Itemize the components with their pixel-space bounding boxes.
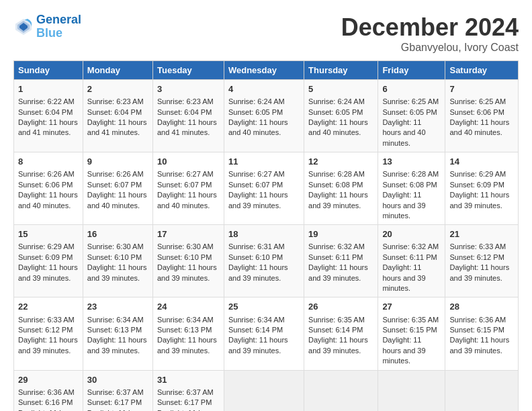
sunrise-text: Sunrise: 6:23 AM xyxy=(157,97,214,105)
sunrise-text: Sunrise: 6:25 AM xyxy=(382,97,439,105)
calendar-cell: 5Sunrise: 6:24 AMSunset: 6:05 PMDaylight… xyxy=(304,80,378,152)
daylight-text: Daylight: 11 hours and 41 minutes. xyxy=(87,118,147,136)
logo-icon xyxy=(13,17,34,37)
day-number: 28 xyxy=(449,301,514,313)
calendar-cell: 6Sunrise: 6:25 AMSunset: 6:05 PMDaylight… xyxy=(378,80,445,152)
sunrise-text: Sunrise: 6:33 AM xyxy=(449,242,506,250)
daylight-text: Daylight: 11 hours and 40 minutes. xyxy=(308,118,368,136)
sunset-text: Sunset: 6:07 PM xyxy=(87,181,142,189)
daylight-text: Daylight: 11 hours and 39 minutes. xyxy=(449,263,509,281)
sunset-text: Sunset: 6:09 PM xyxy=(18,253,73,261)
daylight-text: Daylight: 11 hours and 39 minutes. xyxy=(449,336,509,354)
daylight-text: Daylight: 11 hours and 39 minutes. xyxy=(157,336,217,354)
sunset-text: Sunset: 6:05 PM xyxy=(308,108,363,116)
calendar-cell: 21Sunrise: 6:33 AMSunset: 6:12 PMDayligh… xyxy=(445,225,519,298)
calendar-week-row: 15Sunrise: 6:29 AMSunset: 6:09 PMDayligh… xyxy=(14,225,519,298)
calendar-cell: 8Sunrise: 6:26 AMSunset: 6:06 PMDaylight… xyxy=(14,152,83,225)
sunset-text: Sunset: 6:16 PM xyxy=(18,398,73,406)
calendar-cell: 31Sunrise: 6:37 AMSunset: 6:17 PMDayligh… xyxy=(153,370,224,411)
sunset-text: Sunset: 6:17 PM xyxy=(87,398,142,406)
day-number: 17 xyxy=(157,228,220,240)
sunrise-text: Sunrise: 6:28 AM xyxy=(382,170,439,178)
calendar-cell: 20Sunrise: 6:32 AMSunset: 6:11 PMDayligh… xyxy=(378,225,445,298)
calendar-cell: 16Sunrise: 6:30 AMSunset: 6:10 PMDayligh… xyxy=(83,225,152,298)
sunrise-text: Sunrise: 6:26 AM xyxy=(87,170,144,178)
sunrise-text: Sunrise: 6:29 AM xyxy=(449,170,506,178)
calendar-cell: 24Sunrise: 6:34 AMSunset: 6:13 PMDayligh… xyxy=(153,298,224,370)
sunset-text: Sunset: 6:04 PM xyxy=(87,108,142,116)
sunrise-text: Sunrise: 6:29 AM xyxy=(18,242,75,250)
calendar-cell: 11Sunrise: 6:27 AMSunset: 6:07 PMDayligh… xyxy=(224,152,304,225)
sunrise-text: Sunrise: 6:36 AM xyxy=(449,316,506,324)
sunrise-text: Sunrise: 6:24 AM xyxy=(228,97,285,105)
daylight-text: Daylight: 11 hours and 39 minutes. xyxy=(308,191,368,209)
daylight-text: Daylight: 11 hours and 41 minutes. xyxy=(18,118,78,136)
sunrise-text: Sunrise: 6:22 AM xyxy=(18,97,75,105)
day-number: 4 xyxy=(228,83,300,95)
sunrise-text: Sunrise: 6:31 AM xyxy=(228,242,285,250)
calendar-cell: 30Sunrise: 6:37 AMSunset: 6:17 PMDayligh… xyxy=(83,370,152,411)
daylight-text: Daylight: 11 hours and 39 minutes. xyxy=(308,336,368,354)
calendar-cell xyxy=(378,370,445,411)
logo-text: General Blue xyxy=(36,13,81,40)
calendar-cell xyxy=(445,370,519,411)
sunset-text: Sunset: 6:12 PM xyxy=(449,253,504,261)
sunset-text: Sunset: 6:15 PM xyxy=(382,326,437,334)
daylight-text: Daylight: 11 hours and 40 minutes. xyxy=(87,191,147,209)
sunset-text: Sunset: 6:05 PM xyxy=(228,108,283,116)
day-number: 22 xyxy=(18,301,79,313)
sunrise-text: Sunrise: 6:23 AM xyxy=(87,97,144,105)
day-number: 8 xyxy=(18,156,79,168)
calendar-cell: 14Sunrise: 6:29 AMSunset: 6:09 PMDayligh… xyxy=(445,152,519,225)
daylight-text: Daylight: 11 hours and 39 minutes. xyxy=(18,409,78,411)
day-number: 12 xyxy=(308,156,373,168)
sunset-text: Sunset: 6:04 PM xyxy=(157,108,212,116)
sunset-text: Sunset: 6:09 PM xyxy=(449,181,504,189)
sunset-text: Sunset: 6:15 PM xyxy=(449,326,504,334)
day-number: 14 xyxy=(449,156,514,168)
calendar-cell xyxy=(304,370,378,411)
sunset-text: Sunset: 6:07 PM xyxy=(157,181,212,189)
sunrise-text: Sunrise: 6:35 AM xyxy=(382,316,439,324)
sunrise-text: Sunrise: 6:36 AM xyxy=(18,388,75,396)
daylight-text: Daylight: 11 hours and 39 minutes. xyxy=(382,263,425,292)
daylight-text: Daylight: 11 hours and 39 minutes. xyxy=(382,191,425,220)
sunrise-text: Sunrise: 6:35 AM xyxy=(308,316,365,324)
daylight-text: Daylight: 11 hours and 41 minutes. xyxy=(157,118,217,136)
day-number: 16 xyxy=(87,228,148,240)
sunrise-text: Sunrise: 6:33 AM xyxy=(18,316,75,324)
daylight-text: Daylight: 11 hours and 39 minutes. xyxy=(18,263,78,281)
day-number: 29 xyxy=(18,374,79,386)
sunrise-text: Sunrise: 6:34 AM xyxy=(228,316,285,324)
calendar-cell: 23Sunrise: 6:34 AMSunset: 6:13 PMDayligh… xyxy=(83,298,152,370)
day-number: 15 xyxy=(18,228,79,240)
sunset-text: Sunset: 6:10 PM xyxy=(157,253,212,261)
day-number: 25 xyxy=(228,301,300,313)
calendar-week-row: 22Sunrise: 6:33 AMSunset: 6:12 PMDayligh… xyxy=(14,298,519,370)
sunrise-text: Sunrise: 6:32 AM xyxy=(382,242,439,250)
sunset-text: Sunset: 6:07 PM xyxy=(228,181,283,189)
header-day: Wednesday xyxy=(224,61,304,80)
sunset-text: Sunset: 6:11 PM xyxy=(382,253,437,261)
header-day: Sunday xyxy=(14,61,83,80)
sunrise-text: Sunrise: 6:37 AM xyxy=(157,388,214,396)
sunset-text: Sunset: 6:14 PM xyxy=(308,326,363,334)
header-day: Thursday xyxy=(304,61,378,80)
day-number: 10 xyxy=(157,156,220,168)
sunset-text: Sunset: 6:13 PM xyxy=(157,326,212,334)
day-number: 11 xyxy=(228,156,300,168)
calendar-cell: 12Sunrise: 6:28 AMSunset: 6:08 PMDayligh… xyxy=(304,152,378,225)
header-day: Friday xyxy=(378,61,445,80)
daylight-text: Daylight: 11 hours and 39 minutes. xyxy=(157,409,217,411)
calendar-cell: 29Sunrise: 6:36 AMSunset: 6:16 PMDayligh… xyxy=(14,370,83,411)
day-number: 26 xyxy=(308,301,373,313)
sunset-text: Sunset: 6:10 PM xyxy=(87,253,142,261)
daylight-text: Daylight: 11 hours and 39 minutes. xyxy=(87,409,147,411)
calendar-cell: 13Sunrise: 6:28 AMSunset: 6:08 PMDayligh… xyxy=(378,152,445,225)
month-title: December 2024 xyxy=(341,13,519,42)
calendar-table: SundayMondayTuesdayWednesdayThursdayFrid… xyxy=(13,60,519,411)
daylight-text: Daylight: 11 hours and 39 minutes. xyxy=(382,336,425,365)
calendar-cell: 27Sunrise: 6:35 AMSunset: 6:15 PMDayligh… xyxy=(378,298,445,370)
daylight-text: Daylight: 11 hours and 39 minutes. xyxy=(87,263,147,281)
calendar-cell: 17Sunrise: 6:30 AMSunset: 6:10 PMDayligh… xyxy=(153,225,224,298)
